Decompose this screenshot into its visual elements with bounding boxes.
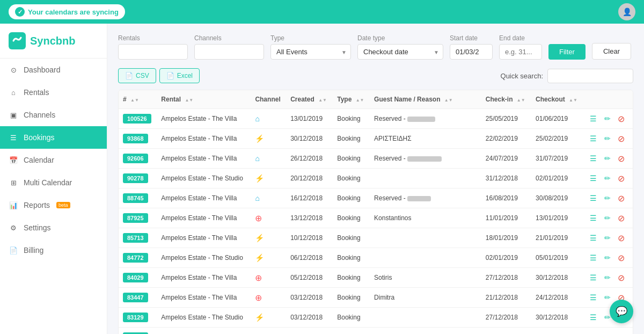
- col-created: Created ▲▼: [286, 90, 333, 109]
- cell-rental: Ampelos Estate - The Studio: [157, 169, 251, 188]
- cell-checkout: 05/01/2019: [531, 248, 583, 268]
- quick-search-input[interactable]: [547, 69, 633, 83]
- end-date-filter: End date: [499, 34, 542, 60]
- view-icon[interactable]: ☰: [588, 153, 599, 164]
- delete-icon[interactable]: ⊘: [616, 153, 627, 164]
- clear-button[interactable]: Clear: [592, 43, 631, 60]
- cell-checkout: 30/08/2019: [531, 188, 583, 208]
- booking-id[interactable]: 90278: [123, 173, 148, 183]
- cell-checkin: 11/01/2019: [481, 208, 531, 228]
- cell-channel: B.: [251, 328, 286, 335]
- sidebar: Syncbnb ⊙ Dashboard ⌂ Rentals ▣ Channels…: [0, 24, 107, 334]
- view-icon[interactable]: ☰: [588, 133, 599, 144]
- edit-icon[interactable]: ✏: [602, 173, 613, 184]
- booking-id[interactable]: 83129: [123, 313, 148, 322]
- edit-icon[interactable]: ✏: [602, 272, 613, 283]
- cell-created: 03/12/2018: [286, 288, 333, 308]
- channels-label: Channels: [194, 34, 264, 42]
- delete-icon[interactable]: ⊘: [616, 233, 627, 243]
- delete-icon[interactable]: ⊘: [616, 113, 627, 124]
- excel-icon: 📄: [166, 72, 174, 79]
- delete-icon[interactable]: ⊘: [616, 173, 627, 184]
- cell-checkin: 25/05/2019: [481, 109, 531, 129]
- channels-input[interactable]: [194, 44, 264, 60]
- booking-id[interactable]: 93868: [123, 134, 148, 143]
- view-icon[interactable]: ☰: [588, 193, 599, 204]
- sidebar-item-multi-calendar[interactable]: ⊞ Multi Calendar: [0, 171, 107, 194]
- booking-id[interactable]: 88745: [123, 193, 148, 203]
- cell-rental: Ampelos Estate - The Villa: [157, 228, 251, 248]
- delete-icon[interactable]: ⊘: [616, 252, 627, 263]
- delete-icon[interactable]: ⊘: [616, 133, 627, 144]
- filter-button[interactable]: Filter: [548, 44, 586, 60]
- start-date-input[interactable]: [450, 44, 493, 60]
- sidebar-item-rentals[interactable]: ⌂ Rentals: [0, 81, 107, 104]
- cell-channel: ⚡: [251, 228, 286, 248]
- view-icon[interactable]: ☰: [588, 213, 599, 223]
- syncbnb-icon: ⚡: [255, 253, 264, 262]
- excel-button[interactable]: 📄 Excel: [159, 68, 200, 83]
- edit-icon[interactable]: ✏: [602, 213, 613, 223]
- sidebar-item-billing[interactable]: 📄 Billing: [0, 239, 107, 262]
- sidebar-nav: ⊙ Dashboard ⌂ Rentals ▣ Channels ☰ Booki…: [0, 59, 107, 262]
- view-icon[interactable]: ☰: [588, 292, 599, 303]
- cell-type: Booking: [333, 268, 370, 288]
- sidebar-item-settings[interactable]: ⚙ Settings: [0, 216, 107, 239]
- rentals-input[interactable]: [118, 44, 188, 60]
- view-icon[interactable]: ☰: [588, 332, 599, 334]
- cell-actions: ☰ ✏ ⊘: [584, 268, 633, 288]
- cell-created: 13/12/2018: [286, 208, 333, 228]
- booking-id[interactable]: 85713: [123, 233, 148, 243]
- sidebar-item-bookings[interactable]: ☰ Bookings: [0, 126, 107, 149]
- sidebar-item-dashboard[interactable]: ⊙ Dashboard: [0, 59, 107, 81]
- edit-icon[interactable]: ✏: [602, 113, 613, 124]
- type-select[interactable]: All Events Booking Block: [270, 44, 351, 60]
- view-icon[interactable]: ☰: [588, 272, 599, 283]
- delete-icon[interactable]: ⊘: [616, 332, 627, 334]
- edit-icon[interactable]: ✏: [602, 193, 613, 204]
- cell-checkin: 18/01/2019: [481, 228, 531, 248]
- col-guest: Guest Name / Reason ▲▼: [370, 90, 481, 109]
- delete-icon[interactable]: ⊘: [616, 193, 627, 204]
- edit-icon[interactable]: ✏: [602, 233, 613, 243]
- edit-icon[interactable]: ✏: [602, 332, 613, 334]
- cell-guest: Reserved -: [370, 109, 481, 129]
- cell-checkout: 24/12/2018: [531, 288, 583, 308]
- booking-id[interactable]: 92606: [123, 154, 148, 163]
- view-icon[interactable]: ☰: [588, 113, 599, 124]
- edit-icon[interactable]: ✏: [602, 292, 613, 303]
- csv-button[interactable]: 📄 CSV: [118, 68, 156, 83]
- view-icon[interactable]: ☰: [588, 252, 599, 263]
- cell-checkin: 24/07/2019: [481, 149, 531, 169]
- cell-channel: ⌂: [251, 149, 286, 169]
- booking-id[interactable]: 87925: [123, 213, 148, 223]
- logo-text: Syncbnb: [30, 35, 75, 47]
- user-avatar[interactable]: 👤: [618, 3, 635, 20]
- list-icon: ☰: [9, 133, 18, 142]
- view-icon[interactable]: ☰: [588, 173, 599, 184]
- bookings-table: # ▲▼ Rental ▲▼ Channel Created ▲▼ Type ▲…: [118, 90, 633, 334]
- cell-created: 30/12/2018: [286, 129, 333, 149]
- booking-id[interactable]: 100526: [123, 114, 151, 124]
- calendar-icon: 📅: [9, 155, 18, 165]
- end-date-input[interactable]: [499, 44, 542, 60]
- sidebar-item-channels[interactable]: ▣ Channels: [0, 104, 107, 126]
- sidebar-item-reports[interactable]: 📊 Reports beta: [0, 194, 107, 216]
- cell-type: Booking: [333, 208, 370, 228]
- edit-icon[interactable]: ✏: [602, 133, 613, 144]
- date-type-select[interactable]: Checkout date Check-in date Created date: [357, 44, 443, 60]
- booking-id[interactable]: 84772: [123, 253, 148, 263]
- edit-icon[interactable]: ✏: [602, 153, 613, 164]
- booking-id[interactable]: 84029: [123, 273, 148, 282]
- sidebar-item-calendar[interactable]: 📅 Calendar: [0, 149, 107, 171]
- booking-id[interactable]: 83447: [123, 293, 148, 302]
- delete-icon[interactable]: ⊘: [616, 213, 627, 223]
- delete-icon[interactable]: ⊘: [616, 272, 627, 283]
- view-icon[interactable]: ☰: [588, 233, 599, 243]
- chat-button[interactable]: 💬: [610, 300, 633, 323]
- date-type-filter: Date type Checkout date Check-in date Cr…: [357, 34, 443, 60]
- airbnb-icon: ⊕: [255, 273, 262, 282]
- view-icon[interactable]: ☰: [588, 312, 599, 323]
- cell-rental: Ampelos Estate - The Studio: [157, 328, 251, 335]
- edit-icon[interactable]: ✏: [602, 252, 613, 263]
